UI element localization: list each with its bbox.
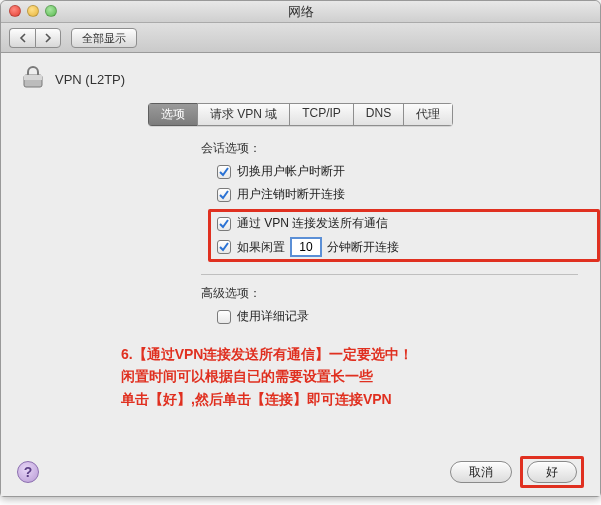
label-switch-user: 切换用户帐户时断开 [237,163,345,180]
tab-bar: 选项请求 VPN 域TCP/IPDNS代理 [1,103,600,126]
zoom-window-button[interactable] [45,5,57,17]
checkbox-all-traffic[interactable] [217,217,231,231]
chevron-right-icon [43,33,53,43]
option-detailed-log[interactable]: 使用详细记录 [217,308,600,325]
label-logout: 用户注销时断开连接 [237,186,345,203]
label-detailed-log: 使用详细记录 [237,308,309,325]
checkbox-idle[interactable] [217,240,231,254]
session-heading: 会话选项： [201,140,600,157]
window-controls [9,5,57,17]
chevron-left-icon [18,33,28,43]
help-button[interactable]: ? [17,461,39,483]
advanced-heading: 高级选项： [201,285,600,302]
forward-button[interactable] [35,28,61,48]
label-idle-prefix: 如果闲置 [237,239,285,256]
cancel-button[interactable]: 取消 [450,461,512,483]
session-options: 切换用户帐户时断开 用户注销时断开连接 通过 VPN 连接发送所有通信 如果闲置… [217,163,600,262]
close-window-button[interactable] [9,5,21,17]
annotation-line3: 单击【好】,然后单击【连接】即可连接VPN [121,388,600,410]
minimize-window-button[interactable] [27,5,39,17]
tab-3[interactable]: DNS [353,103,403,126]
option-logout[interactable]: 用户注销时断开连接 [217,186,600,203]
checkbox-switch-user[interactable] [217,165,231,179]
divider [201,274,578,275]
label-all-traffic: 通过 VPN 连接发送所有通信 [237,215,388,232]
highlight-box-options: 通过 VPN 连接发送所有通信 如果闲置 10 分钟断开连接 [208,209,600,262]
window-title: 网络 [288,4,314,19]
lock-icon [19,63,47,95]
checkbox-logout[interactable] [217,188,231,202]
nav-buttons [9,28,61,48]
ok-button[interactable]: 好 [527,461,577,483]
tab-2[interactable]: TCP/IP [289,103,353,126]
option-all-traffic[interactable]: 通过 VPN 连接发送所有通信 [217,215,591,232]
annotation-line1: 6.【通过VPN连接发送所有通信】一定要选中！ [121,343,600,365]
option-idle[interactable]: 如果闲置 10 分钟断开连接 [217,238,591,256]
highlight-box-ok: 好 [520,456,584,488]
tab-1[interactable]: 请求 VPN 域 [197,103,289,126]
footer: ? 取消 好 [1,448,600,496]
back-button[interactable] [9,28,35,48]
show-all-button[interactable]: 全部显示 [71,28,137,48]
sheet-content: VPN (L2TP) 选项请求 VPN 域TCP/IPDNS代理 会话选项： 切… [1,53,600,496]
tab-4[interactable]: 代理 [403,103,453,126]
annotation-text: 6.【通过VPN连接发送所有通信】一定要选中！ 闲置时间可以根据自已的需要设置长… [121,343,600,410]
svg-rect-1 [24,75,42,80]
toolbar: 全部显示 [1,23,600,53]
preferences-window: 网络 全部显示 VPN (L2TP) 选项请求 VPN 域TCP/IPDNS代理… [0,0,601,497]
option-switch-user[interactable]: 切换用户帐户时断开 [217,163,600,180]
label-idle-suffix: 分钟断开连接 [327,239,399,256]
titlebar: 网络 [1,1,600,23]
vpn-header: VPN (L2TP) [1,53,600,101]
vpn-title: VPN (L2TP) [55,72,125,87]
advanced-options: 使用详细记录 [217,308,600,325]
idle-minutes-field[interactable]: 10 [291,238,321,256]
tab-0[interactable]: 选项 [148,103,197,126]
annotation-line2: 闲置时间可以根据自已的需要设置长一些 [121,365,600,387]
checkbox-detailed-log[interactable] [217,310,231,324]
